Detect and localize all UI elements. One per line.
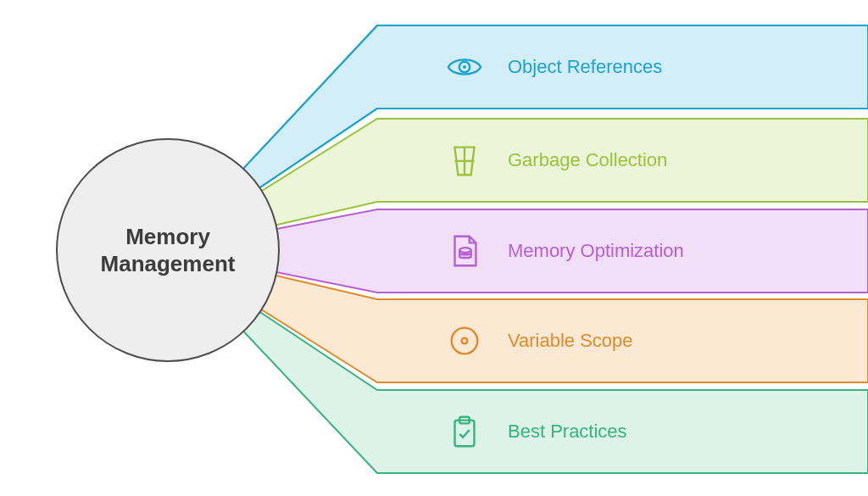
- diagram: Memory Management Object References Garb…: [0, 0, 868, 496]
- band-item-3: Variable Scope: [445, 299, 868, 382]
- band-item-0: Object References: [445, 25, 868, 109]
- svg-point-4: [459, 248, 470, 253]
- center-circle: Memory Management: [56, 138, 280, 362]
- band-label-0: Object References: [508, 56, 662, 78]
- center-title-line2: Management: [101, 251, 236, 276]
- center-title: Memory Management: [101, 223, 236, 278]
- target-icon: [445, 321, 484, 360]
- band-label-4: Best Practices: [508, 421, 627, 443]
- svg-point-5: [452, 328, 478, 354]
- band-item-4: Best Practices: [445, 390, 868, 473]
- band-item-1: Garbage Collection: [445, 119, 868, 202]
- band-label-3: Variable Scope: [508, 330, 633, 352]
- center-title-line1: Memory: [125, 224, 210, 249]
- band-item-2: Memory Optimization: [445, 209, 868, 293]
- svg-point-1: [463, 65, 466, 69]
- svg-point-6: [462, 338, 468, 344]
- trash-icon: [445, 141, 484, 180]
- eye-icon: [445, 47, 484, 86]
- band-label-2: Memory Optimization: [508, 240, 684, 262]
- band-label-1: Garbage Collection: [508, 149, 667, 171]
- file-db-icon: [445, 231, 484, 270]
- clipboard-check-icon: [445, 412, 484, 451]
